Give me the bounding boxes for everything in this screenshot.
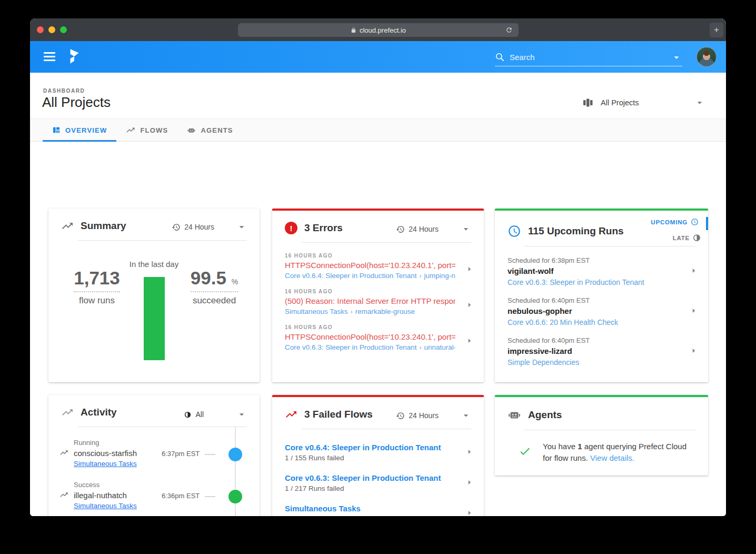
upcoming-run-item[interactable]: Scheduled for 6:38pm EST vigilant-wolf C… bbox=[508, 256, 695, 286]
status-dot[interactable] bbox=[228, 490, 242, 503]
user-avatar[interactable] bbox=[697, 47, 717, 67]
chevron-right-icon[interactable] bbox=[466, 337, 473, 344]
robot-icon bbox=[508, 408, 521, 422]
project-selector[interactable]: All Projects bbox=[583, 95, 705, 111]
chevron-right-icon[interactable] bbox=[466, 265, 473, 273]
card-title: 3 Errors bbox=[304, 222, 343, 234]
flow-link[interactable]: Core v0.6.3: Sleeper in Production Tenan… bbox=[508, 278, 682, 286]
failed-stats: 1 / 217 Runs failed bbox=[285, 484, 457, 492]
tab-agents[interactable]: AGENTS bbox=[177, 119, 242, 141]
run-name: impressive-lizard bbox=[508, 347, 682, 355]
upcoming-run-item[interactable]: Scheduled for 6:40pm EST nebulous-gopher… bbox=[508, 296, 695, 327]
dashboard-content: DASHBOARD All Projects All Projects bbox=[30, 73, 726, 516]
summary-range-selector[interactable]: 24 Hours bbox=[172, 222, 247, 232]
clock-icon bbox=[508, 224, 521, 238]
upcoming-tab-label: UPCOMING bbox=[651, 219, 688, 225]
card-title: 115 Upcoming Runs bbox=[528, 225, 624, 237]
close-button[interactable] bbox=[37, 26, 44, 33]
errors-card: ! 3 Errors 24 Hours 16 HOURS AGO HTTPSCo… bbox=[272, 209, 484, 382]
error-list-item[interactable]: 16 HOURS AGO HTTPSConnectionPool(host='1… bbox=[285, 324, 471, 351]
succeeded-metric: 99.5 % succeeded bbox=[177, 268, 251, 306]
flow-link[interactable]: Core v0.6.3: Sleeper in Production Tenan… bbox=[285, 473, 457, 482]
run-name: nebulous-gopher bbox=[508, 306, 682, 315]
chevron-right-icon[interactable] bbox=[466, 479, 473, 486]
upcoming-tab[interactable]: UPCOMING bbox=[651, 217, 708, 230]
error-icon: ! bbox=[285, 222, 297, 234]
errors-range-selector[interactable]: 24 Hours bbox=[396, 224, 471, 234]
run-name: conscious-starfish bbox=[74, 449, 137, 458]
chevron-down-icon bbox=[236, 409, 247, 420]
flow-link[interactable]: Simultaneous Tasks bbox=[74, 460, 137, 468]
failed-flow-item[interactable]: Simultaneous Tasks 2 / 492 Runs failed bbox=[285, 504, 471, 516]
trend-up-icon bbox=[61, 220, 74, 232]
flow-link[interactable]: Core v0.6.6: 20 Min Health Check bbox=[508, 318, 682, 327]
activity-card: Activity All Running conscious-starfish … bbox=[48, 395, 260, 516]
chevron-right-icon[interactable] bbox=[690, 347, 698, 354]
view-details-link[interactable]: View details. bbox=[590, 453, 634, 462]
url-bar[interactable]: cloud.prefect.io bbox=[238, 23, 519, 37]
scheduled-time: Scheduled for 6:40pm EST bbox=[508, 296, 682, 304]
error-list-item[interactable]: 16 HOURS AGO (500) Reason: Internal Serv… bbox=[285, 289, 471, 315]
activity-filter-selector[interactable]: All bbox=[184, 409, 247, 420]
failed-flow-item[interactable]: Core v0.6.3: Sleeper in Production Tenan… bbox=[285, 473, 471, 492]
chevron-right-icon[interactable] bbox=[466, 509, 473, 516]
search-caret-icon[interactable] bbox=[671, 52, 682, 63]
flow-link[interactable]: Simple Dependencies bbox=[508, 358, 682, 367]
breadcrumb: DASHBOARD bbox=[43, 88, 85, 94]
breadcrumb-separator: › bbox=[419, 272, 421, 280]
flows-trend-icon bbox=[126, 125, 135, 135]
flow-link[interactable]: Core v0.6.4: Sleeper in Production Tenan… bbox=[285, 443, 457, 452]
search-icon bbox=[495, 52, 505, 62]
tab-overview[interactable]: OVERVIEW bbox=[43, 119, 116, 141]
lock-icon bbox=[351, 27, 356, 34]
error-message: HTTPSConnectionPool(host='10.23.240.1', … bbox=[285, 332, 455, 341]
search-input[interactable] bbox=[510, 53, 671, 62]
trend-up-icon bbox=[61, 406, 74, 419]
run-name: vigilant-wolf bbox=[508, 266, 682, 275]
error-flow-link[interactable]: Simultaneous Tasks bbox=[285, 308, 348, 315]
run-time: 6:36pm EST bbox=[162, 492, 200, 500]
error-message: HTTPSConnectionPool(host='10.23.240.1', … bbox=[285, 261, 455, 270]
flow-link[interactable]: Simultaneous Tasks bbox=[285, 504, 457, 513]
error-run-link[interactable]: remarkable-grouse bbox=[355, 308, 415, 315]
flow-link[interactable]: Simultaneous Tasks bbox=[74, 502, 137, 510]
status-dot[interactable] bbox=[228, 448, 242, 461]
refresh-icon[interactable] bbox=[504, 25, 514, 35]
error-flow-link[interactable]: Core v0.6.3: Sleeper in Production Tenan… bbox=[285, 343, 416, 351]
chevron-right-icon[interactable] bbox=[690, 267, 698, 274]
global-search bbox=[495, 48, 682, 66]
chevron-right-icon[interactable] bbox=[466, 301, 473, 309]
agents-message: You have 1 agent querying Prefect Cloud … bbox=[543, 441, 692, 464]
hamburger-menu-icon[interactable] bbox=[44, 52, 55, 62]
upcoming-run-item[interactable]: Scheduled for 6:40pm EST impressive-liza… bbox=[508, 337, 695, 367]
agents-robot-icon bbox=[187, 126, 196, 135]
late-tab[interactable]: LATE bbox=[651, 232, 708, 244]
prefect-logo-icon[interactable] bbox=[68, 48, 81, 65]
failed-flow-item[interactable]: Core v0.6.4: Sleeper in Production Tenan… bbox=[285, 443, 471, 462]
project-selector-value: All Projects bbox=[601, 98, 639, 107]
chevron-down-icon bbox=[461, 410, 471, 421]
activity-row[interactable]: Success illegal-nuthatch Simultaneous Ta… bbox=[48, 474, 260, 516]
tab-label: AGENTS bbox=[201, 126, 233, 134]
zoom-button[interactable] bbox=[60, 26, 67, 33]
card-title: 3 Failed Flows bbox=[304, 409, 373, 420]
error-run-link[interactable]: jumping-nigh… bbox=[424, 272, 455, 280]
error-list-item[interactable]: 16 HOURS AGO HTTPSConnectionPool(host='1… bbox=[285, 253, 471, 280]
chevron-right-icon[interactable] bbox=[466, 448, 473, 456]
chevron-right-icon[interactable] bbox=[690, 307, 698, 314]
chevron-down-icon bbox=[694, 97, 705, 108]
browser-window: cloud.prefect.io + bbox=[30, 18, 726, 516]
activity-row[interactable]: Running conscious-starfish Simultaneous … bbox=[48, 432, 260, 474]
error-flow-link[interactable]: Core v0.6.4: Sleeper in Production Tenan… bbox=[285, 272, 416, 280]
minimize-button[interactable] bbox=[48, 26, 55, 33]
new-tab-button[interactable]: + bbox=[710, 23, 723, 37]
range-value: 24 Hours bbox=[409, 411, 439, 420]
tab-flows[interactable]: FLOWS bbox=[116, 119, 177, 141]
succeeded-label: succeeded bbox=[177, 295, 251, 306]
error-timestamp: 16 HOURS AGO bbox=[285, 289, 455, 294]
failed-range-selector[interactable]: 24 Hours bbox=[396, 410, 471, 421]
error-run-link[interactable]: unnatural-pro… bbox=[424, 343, 455, 351]
trend-up-icon bbox=[59, 490, 68, 499]
failed-stats: 2 / 492 Runs failed bbox=[285, 515, 457, 516]
scheduled-time: Scheduled for 6:38pm EST bbox=[508, 256, 682, 264]
